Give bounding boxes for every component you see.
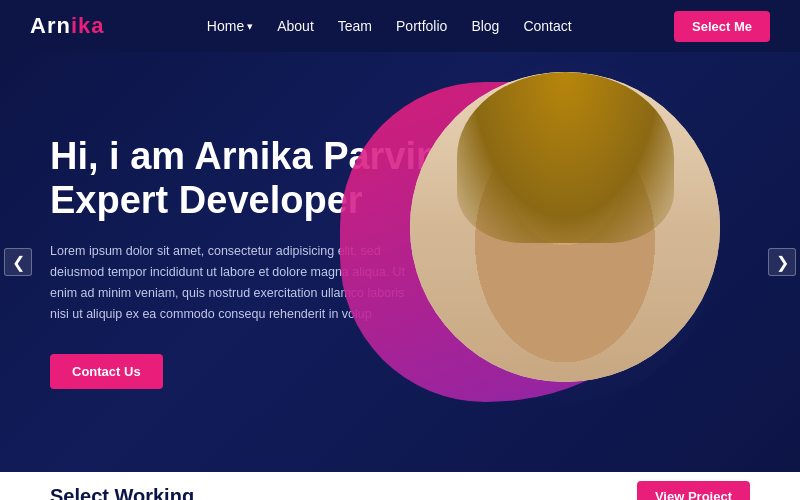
nav-link-about[interactable]: About xyxy=(277,18,314,34)
hero-photo-wrapper xyxy=(410,72,720,382)
nav-item-contact[interactable]: Contact xyxy=(523,17,571,35)
navbar: Arnika Home About Team Portfolio Blog Co… xyxy=(0,0,800,52)
nav-link-blog[interactable]: Blog xyxy=(471,18,499,34)
view-project-button[interactable]: View Project xyxy=(637,481,750,501)
prev-arrow[interactable]: ❮ xyxy=(4,248,32,276)
bottom-strip: Select Working View Project xyxy=(0,472,800,500)
nav-item-portfolio[interactable]: Portfolio xyxy=(396,17,447,35)
nav-link-home[interactable]: Home xyxy=(207,18,253,34)
hero-photo xyxy=(410,72,720,382)
logo-text-pink: ika xyxy=(71,13,105,38)
nav-link-portfolio[interactable]: Portfolio xyxy=(396,18,447,34)
select-working-title: Select Working xyxy=(50,485,194,501)
next-arrow[interactable]: ❯ xyxy=(768,248,796,276)
hero-section: ❮ Hi, i am Arnika Parvin Expert Develope… xyxy=(0,52,800,472)
contact-us-button[interactable]: Contact Us xyxy=(50,354,163,389)
nav-item-blog[interactable]: Blog xyxy=(471,17,499,35)
hero-title-line2: Expert Developer xyxy=(50,179,363,221)
nav-links: Home About Team Portfolio Blog Contact xyxy=(207,17,572,35)
nav-item-home[interactable]: Home xyxy=(207,18,253,34)
nav-link-contact[interactable]: Contact xyxy=(523,18,571,34)
hero-photo-circle xyxy=(410,72,720,382)
nav-item-team[interactable]: Team xyxy=(338,17,372,35)
nav-link-team[interactable]: Team xyxy=(338,18,372,34)
next-arrow-icon: ❯ xyxy=(776,253,789,272)
logo-text-white: Arn xyxy=(30,13,71,38)
prev-arrow-icon: ❮ xyxy=(12,253,25,272)
nav-item-about[interactable]: About xyxy=(277,17,314,35)
logo: Arnika xyxy=(30,13,104,39)
select-me-button[interactable]: Select Me xyxy=(674,11,770,42)
